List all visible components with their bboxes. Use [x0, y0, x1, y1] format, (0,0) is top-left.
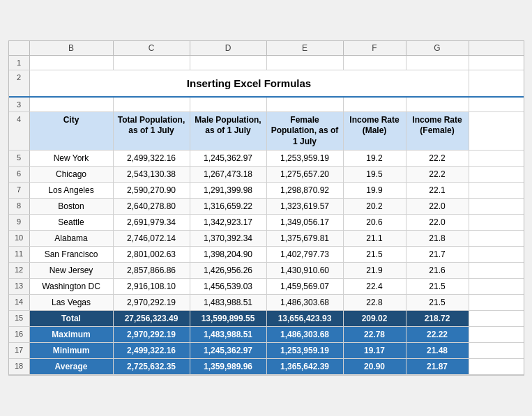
- cell-8-incm[interactable]: 20.2: [344, 199, 406, 214]
- cell-13-male[interactable]: 1,456,539.03: [190, 279, 267, 294]
- cell-7-male[interactable]: 1,291,399.98: [190, 183, 267, 198]
- col-header-e[interactable]: E: [267, 41, 344, 55]
- cell-6-incm[interactable]: 19.5: [344, 167, 406, 182]
- cell-11-city[interactable]: San Francisco: [30, 247, 114, 262]
- cell-14-incm[interactable]: 22.8: [344, 295, 406, 310]
- cell-10-city[interactable]: Alabama: [30, 231, 114, 246]
- cell-3b[interactable]: [30, 98, 114, 111]
- min-male[interactable]: 1,245,362.97: [190, 343, 267, 358]
- cell-3f[interactable]: [344, 98, 406, 111]
- col-header-d[interactable]: D: [190, 41, 267, 55]
- cell-8-male[interactable]: 1,316,659.22: [190, 199, 267, 214]
- cell-13-female[interactable]: 1,459,569.07: [267, 279, 344, 294]
- col-header-f[interactable]: F: [344, 41, 406, 55]
- cell-13-incf[interactable]: 21.5: [406, 279, 469, 294]
- cell-6-female[interactable]: 1,275,657.20: [267, 167, 344, 182]
- cell-11-male[interactable]: 1,398,204.90: [190, 247, 267, 262]
- cell-5-incm[interactable]: 19.2: [344, 151, 406, 166]
- cell-5-city[interactable]: New York: [30, 151, 114, 166]
- cell-7-total[interactable]: 2,590,270.90: [114, 183, 190, 198]
- avg-label[interactable]: Average: [30, 359, 114, 374]
- cell-3g[interactable]: [406, 98, 469, 111]
- max-female[interactable]: 1,486,303.68: [267, 327, 344, 342]
- cell-8-city[interactable]: Boston: [30, 199, 114, 214]
- min-total[interactable]: 2,499,322.16: [114, 343, 190, 358]
- cell-9-city[interactable]: Seattle: [30, 215, 114, 230]
- cell-13-total[interactable]: 2,916,108.10: [114, 279, 190, 294]
- cell-12-male[interactable]: 1,426,956.26: [190, 263, 267, 278]
- max-inc-m[interactable]: 22.78: [344, 327, 406, 342]
- cell-1e[interactable]: [267, 56, 344, 70]
- cell-5-male[interactable]: 1,245,362.97: [190, 151, 267, 166]
- cell-14-female[interactable]: 1,486,303.68: [267, 295, 344, 310]
- avg-female[interactable]: 1,365,642.39: [267, 359, 344, 374]
- avg-total[interactable]: 2,725,632.35: [114, 359, 190, 374]
- cell-8-total[interactable]: 2,640,278.80: [114, 199, 190, 214]
- cell-9-female[interactable]: 1,349,056.17: [267, 215, 344, 230]
- cell-10-incf[interactable]: 21.8: [406, 231, 469, 246]
- avg-inc-f[interactable]: 21.87: [406, 359, 469, 374]
- cell-12-total[interactable]: 2,857,866.86: [114, 263, 190, 278]
- cell-6-male[interactable]: 1,267,473.18: [190, 167, 267, 182]
- max-label[interactable]: Maximum: [30, 327, 114, 342]
- total-inc-f[interactable]: 218.72: [406, 311, 469, 326]
- cell-6-total[interactable]: 2,543,130.38: [114, 167, 190, 182]
- cell-7-city[interactable]: Los Angeles: [30, 183, 114, 198]
- col-header-b[interactable]: B: [30, 41, 114, 55]
- total-female[interactable]: 13,656,423.93: [267, 311, 344, 326]
- avg-inc-m[interactable]: 20.90: [344, 359, 406, 374]
- cell-7-incm[interactable]: 19.9: [344, 183, 406, 198]
- total-label[interactable]: Total: [30, 311, 114, 326]
- cell-10-total[interactable]: 2,746,072.14: [114, 231, 190, 246]
- cell-13-city[interactable]: Washington DC: [30, 279, 114, 294]
- cell-11-female[interactable]: 1,402,797.73: [267, 247, 344, 262]
- cell-11-incf[interactable]: 21.7: [406, 247, 469, 262]
- cell-9-total[interactable]: 2,691,979.34: [114, 215, 190, 230]
- cell-6-city[interactable]: Chicago: [30, 167, 114, 182]
- cell-13-incm[interactable]: 22.4: [344, 279, 406, 294]
- cell-5-total[interactable]: 2,499,322.16: [114, 151, 190, 166]
- cell-14-incf[interactable]: 21.5: [406, 295, 469, 310]
- cell-6-incf[interactable]: 22.2: [406, 167, 469, 182]
- cell-7-incf[interactable]: 22.1: [406, 183, 469, 198]
- cell-9-incm[interactable]: 20.6: [344, 215, 406, 230]
- min-female[interactable]: 1,253,959.19: [267, 343, 344, 358]
- total-inc-m[interactable]: 209.02: [344, 311, 406, 326]
- col-header-g[interactable]: G: [406, 41, 469, 55]
- cell-3d[interactable]: [190, 98, 267, 111]
- cell-1b[interactable]: [30, 56, 114, 70]
- max-total[interactable]: 2,970,292.19: [114, 327, 190, 342]
- cell-12-incf[interactable]: 21.6: [406, 263, 469, 278]
- min-label[interactable]: Minimum: [30, 343, 114, 358]
- cell-12-female[interactable]: 1,430,910.60: [267, 263, 344, 278]
- total-total[interactable]: 27,256,323.49: [114, 311, 190, 326]
- cell-10-female[interactable]: 1,375,679.81: [267, 231, 344, 246]
- cell-10-male[interactable]: 1,370,392.34: [190, 231, 267, 246]
- min-inc-m[interactable]: 19.17: [344, 343, 406, 358]
- total-male[interactable]: 13,599,899.55: [190, 311, 267, 326]
- cell-14-male[interactable]: 1,483,988.51: [190, 295, 267, 310]
- cell-3c[interactable]: [114, 98, 190, 111]
- max-inc-f[interactable]: 22.22: [406, 327, 469, 342]
- min-inc-f[interactable]: 21.48: [406, 343, 469, 358]
- cell-8-female[interactable]: 1,323,619.57: [267, 199, 344, 214]
- cell-11-total[interactable]: 2,801,002.63: [114, 247, 190, 262]
- cell-5-incf[interactable]: 22.2: [406, 151, 469, 166]
- cell-8-incf[interactable]: 22.0: [406, 199, 469, 214]
- col-header-c[interactable]: C: [114, 41, 190, 55]
- max-male[interactable]: 1,483,988.51: [190, 327, 267, 342]
- cell-14-city[interactable]: Las Vegas: [30, 295, 114, 310]
- avg-male[interactable]: 1,359,989.96: [190, 359, 267, 374]
- cell-12-incm[interactable]: 21.9: [344, 263, 406, 278]
- cell-1c[interactable]: [114, 56, 190, 70]
- cell-9-male[interactable]: 1,342,923.17: [190, 215, 267, 230]
- cell-10-incm[interactable]: 21.1: [344, 231, 406, 246]
- cell-1g[interactable]: [406, 56, 469, 70]
- cell-3e[interactable]: [267, 98, 344, 111]
- cell-14-total[interactable]: 2,970,292.19: [114, 295, 190, 310]
- cell-12-city[interactable]: New Jersey: [30, 263, 114, 278]
- cell-1f[interactable]: [344, 56, 406, 70]
- cell-11-incm[interactable]: 21.5: [344, 247, 406, 262]
- cell-7-female[interactable]: 1,298,870.92: [267, 183, 344, 198]
- cell-5-female[interactable]: 1,253,959.19: [267, 151, 344, 166]
